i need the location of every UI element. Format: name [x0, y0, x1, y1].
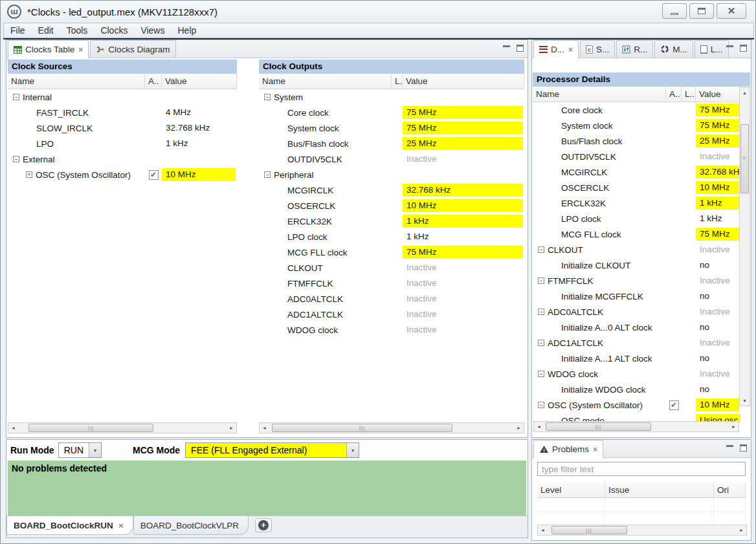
table-row[interactable]: −System [259, 89, 524, 105]
scroll-left-arrow[interactable]: ◄ [260, 423, 269, 433]
table-row[interactable]: System clock75 MHz [533, 118, 740, 133]
table-row[interactable]: Core clock75 MHz [533, 102, 740, 118]
horizontal-scrollbar[interactable]: ◄ ||| ► [259, 422, 524, 433]
column-header-attention[interactable]: A.. [145, 74, 162, 89]
tab-sources-code[interactable]: c S... [580, 40, 615, 58]
tab-registers[interactable]: R... [616, 40, 653, 58]
checkbox[interactable]: ✔ [149, 170, 159, 180]
table-row[interactable]: FTMFFCLKInactive [259, 276, 524, 291]
expander-icon[interactable]: − [538, 402, 544, 408]
horizontal-scrollbar[interactable]: ◄ ||| ► [533, 421, 739, 432]
close-icon[interactable]: × [568, 45, 573, 54]
scroll-thumb[interactable]: ||| [546, 422, 651, 431]
scroll-up-arrow[interactable]: ▲ [740, 88, 750, 98]
column-header-value[interactable]: Value [696, 87, 740, 102]
table-row[interactable]: −External [8, 151, 237, 167]
table-row[interactable]: −CLKOUTInactive [533, 242, 740, 257]
column-header-name[interactable]: Name [259, 74, 392, 89]
minimize-view-icon[interactable] [503, 45, 510, 47]
expander-icon[interactable]: − [264, 171, 271, 178]
expander-icon[interactable]: − [538, 340, 544, 346]
table-row[interactable]: LPO clock1 kHz [259, 229, 524, 245]
expander-icon[interactable]: + [26, 171, 32, 178]
table-row[interactable]: ADC0ALTCLKInactive [259, 291, 524, 307]
table-row[interactable]: −FTMFFCLKInactive [533, 273, 740, 288]
scroll-right-arrow[interactable]: ► [737, 525, 746, 535]
column-header-value[interactable]: Value [403, 74, 524, 89]
horizontal-scrollbar[interactable]: ◄ ||| ► [537, 525, 747, 536]
scroll-down-arrow[interactable]: ▼ [740, 396, 750, 406]
checkbox[interactable]: ✔ [669, 400, 679, 410]
expander-icon[interactable]: − [13, 94, 19, 100]
column-header-level[interactable]: Level [537, 483, 605, 498]
table-row[interactable]: MCGIRCLK32.768 kHz [533, 164, 740, 180]
table-row[interactable]: Initialize CLKOUTno [533, 257, 740, 273]
table-row[interactable]: ERCLK32K1 kHz [259, 213, 524, 229]
tab-details[interactable]: D... × [533, 40, 579, 58]
scroll-thumb[interactable]: ||| [272, 424, 453, 432]
table-row[interactable]: LPO clock1 kHz [533, 211, 740, 226]
filter-input[interactable] [537, 462, 746, 476]
add-configuration-button[interactable]: + [255, 518, 272, 532]
scroll-thumb[interactable]: ||| [28, 424, 153, 432]
table-row[interactable] [537, 498, 746, 512]
maximize-view-icon[interactable] [517, 45, 524, 52]
expander-icon[interactable]: − [13, 156, 19, 162]
table-row[interactable]: MCG FLL clock75 MHz [259, 245, 524, 260]
expander-icon[interactable]: − [538, 309, 544, 315]
column-header-name[interactable]: Name [533, 87, 666, 102]
scroll-left-arrow[interactable]: ◄ [8, 423, 18, 433]
vertical-scrollbar[interactable]: ▲ ≡ ▼ [739, 87, 750, 406]
table-row[interactable]: −Internal [8, 89, 237, 105]
scroll-thumb[interactable]: ||| [551, 526, 627, 534]
column-header-attention[interactable]: A.. [666, 87, 682, 102]
minimize-button[interactable] [662, 3, 687, 19]
horizontal-scrollbar[interactable]: ◄ ||| ► [8, 422, 237, 433]
tab-log[interactable]: L... [695, 40, 729, 58]
expander-icon[interactable]: − [264, 94, 271, 100]
table-row[interactable]: Initialize WDOG clockno [533, 382, 740, 397]
table-row[interactable]: OSC modeUsing osc [533, 413, 740, 421]
menu-file[interactable]: File [4, 23, 32, 38]
chevron-down-icon[interactable]: ▼ [89, 443, 101, 457]
table-row[interactable]: −WDOG clockInactive [533, 366, 740, 382]
table-row[interactable]: −OSC (System Oscillator)✔10 MHz [533, 397, 740, 413]
close-icon[interactable]: × [118, 521, 124, 530]
table-row[interactable]: MCG FLL clock75 MHz [533, 226, 740, 242]
scroll-right-arrow[interactable]: ► [227, 423, 236, 433]
menu-tools[interactable]: Tools [60, 23, 94, 38]
maximize-button[interactable] [689, 3, 714, 19]
table-row[interactable]: +OSC (System Oscillator)✔10 MHz [8, 167, 237, 182]
table-row[interactable]: −Peripheral [259, 167, 524, 182]
mcg-mode-select[interactable]: FEE (FLL Engaged External) ▼ [185, 442, 359, 458]
close-button[interactable]: ✕ [717, 3, 746, 19]
column-header-origin[interactable]: Ori [714, 483, 746, 498]
table-row[interactable]: Initialize A...0 ALT clockno [533, 320, 740, 335]
column-header-value[interactable]: Value [162, 74, 237, 89]
tab-clocks-diagram[interactable]: Clocks Diagram [90, 40, 175, 58]
minimize-view-icon[interactable] [726, 444, 733, 447]
table-row[interactable]: System clock75 MHz [259, 120, 524, 136]
table-row[interactable]: Bus/Flash clock25 MHz [533, 133, 740, 149]
expander-icon[interactable]: − [538, 246, 544, 253]
table-row[interactable]: Core clock75 MHz [259, 105, 524, 120]
tab-modes[interactable]: M... [654, 40, 693, 58]
tab-board-bootclockvlpr[interactable]: BOARD_BootClockVLPR [133, 516, 249, 535]
minimize-view-icon[interactable] [726, 45, 733, 47]
table-row[interactable]: OUTDIV5CLKInactive [259, 151, 524, 167]
table-row[interactable]: ERCLK32K1 kHz [533, 195, 740, 211]
scroll-left-arrow[interactable]: ◄ [538, 525, 548, 535]
scroll-left-arrow[interactable]: ◄ [534, 422, 544, 431]
table-row[interactable]: Bus/Flash clock25 MHz [259, 136, 524, 151]
table-row[interactable]: MCGIRCLK32.768 kHz [259, 182, 524, 198]
table-row[interactable]: ADC1ALTCLKInactive [259, 307, 524, 322]
table-row[interactable]: FAST_IRCLK4 MHz [8, 105, 237, 120]
menu-views[interactable]: Views [134, 23, 171, 38]
maximize-view-icon[interactable] [740, 45, 747, 52]
maximize-view-icon[interactable] [740, 444, 747, 452]
tab-board-bootclockrun[interactable]: BOARD_BootClockRUN × [6, 516, 133, 535]
table-row[interactable]: OSCERCLK10 MHz [259, 198, 524, 213]
menu-clocks[interactable]: Clocks [94, 23, 134, 38]
tab-problems[interactable]: ! Problems × [533, 440, 603, 458]
column-header-lock[interactable]: L... [682, 87, 696, 102]
